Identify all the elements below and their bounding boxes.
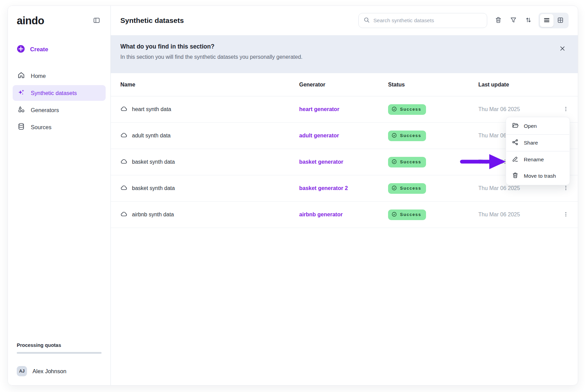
create-button[interactable]: Create [8, 45, 110, 54]
sort-button[interactable] [522, 14, 534, 27]
page-header: Synthetic datasets [111, 6, 578, 35]
dataset-name: basket synth data [132, 185, 175, 191]
check-circle-icon [391, 133, 397, 139]
check-circle-icon [391, 106, 397, 113]
last-update: Thu Mar 06 2025 [478, 106, 561, 112]
dataset-name: basket synth data [132, 159, 175, 165]
banner-title: What do you find in this section? [120, 43, 568, 50]
create-label: Create [30, 46, 48, 53]
info-banner: What do you find in this section? In thi… [111, 35, 578, 73]
menu-item-label: Rename [524, 157, 544, 163]
plus-circle-icon [17, 45, 25, 54]
generator-link[interactable]: basket generator [299, 159, 388, 165]
list-view-button[interactable] [540, 14, 554, 27]
sidebar-item-label: Home [31, 73, 46, 79]
view-toggle [539, 13, 569, 28]
user-menu[interactable]: AJ Alex Johnson [17, 366, 102, 376]
menu-item-rename[interactable]: Rename [506, 151, 570, 168]
cloud-icon [120, 184, 128, 193]
row-menu-button[interactable] [561, 210, 570, 219]
search-input[interactable] [373, 17, 482, 24]
home-icon [17, 71, 25, 80]
generator-link[interactable]: adult generator [299, 133, 388, 139]
last-update: Thu Mar 06 2025 [478, 212, 561, 218]
last-update: Thu Mar 06 2025 [478, 185, 561, 191]
sidebar-item-generators[interactable]: Generators [13, 102, 106, 118]
annotation-arrow [460, 153, 506, 171]
quota-progress-bar [17, 352, 102, 354]
sidebar-item-label: Sources [31, 124, 52, 131]
row-context-menu: Open Share Rename Move to trash [506, 117, 570, 185]
status-badge: Success [388, 131, 426, 141]
kebab-icon [563, 185, 569, 192]
aindo-logo: aindo [17, 15, 44, 27]
row-menu-button[interactable] [561, 105, 570, 114]
sidebar-item-synthetic-datasets[interactable]: Synthetic datasets [13, 85, 106, 101]
grid-view-button[interactable] [554, 14, 567, 27]
filter-button[interactable] [507, 14, 519, 27]
app-window: aindo Create Home [8, 5, 578, 386]
kebab-icon [563, 211, 569, 218]
table-header: Name Generator Status Last update [111, 73, 578, 96]
shapes-icon [17, 106, 25, 114]
cloud-icon [120, 132, 128, 140]
column-header-generator: Generator [299, 82, 388, 88]
sidebar-item-home[interactable]: Home [13, 68, 106, 84]
panel-toggle-icon [93, 17, 100, 25]
sparkles-icon [17, 89, 25, 97]
sidebar-item-sources[interactable]: Sources [13, 119, 106, 135]
trash-button[interactable] [492, 14, 504, 27]
search-icon [363, 17, 370, 25]
check-circle-icon [391, 212, 397, 218]
status-badge: Success [388, 183, 426, 194]
generator-link[interactable]: airbnb generator [299, 212, 388, 218]
close-icon [559, 45, 566, 53]
sidebar: aindo Create Home [8, 6, 111, 385]
column-header-name: Name [120, 82, 299, 88]
generator-link[interactable]: basket generator 2 [299, 185, 388, 191]
pencil-icon [512, 156, 519, 164]
banner-close-button[interactable] [558, 44, 567, 54]
banner-subtitle: In this section you will find the synthe… [120, 54, 568, 60]
table-row[interactable]: airbnb synth data airbnb generator Succe… [111, 202, 578, 228]
dataset-name: airbnb synth data [132, 212, 174, 218]
trash-icon [495, 16, 502, 25]
sidebar-item-label: Generators [31, 107, 59, 113]
status-badge: Success [388, 209, 426, 220]
main-content: Synthetic datasets [111, 6, 578, 385]
column-header-status: Status [388, 82, 478, 88]
share-icon [512, 139, 519, 147]
cloud-icon [120, 211, 128, 219]
menu-item-label: Move to trash [524, 173, 556, 179]
search-box [358, 13, 487, 28]
menu-item-open[interactable]: Open [506, 118, 570, 134]
status-badge: Success [388, 157, 426, 167]
check-circle-icon [391, 185, 397, 192]
generator-link[interactable]: heart generator [299, 106, 388, 112]
list-view-icon [543, 17, 550, 25]
menu-item-move-to-trash[interactable]: Move to trash [506, 168, 570, 184]
processing-quotas-label: Processing quotas [17, 342, 102, 348]
user-name: Alex Johnson [32, 368, 66, 375]
dataset-name: heart synth data [132, 106, 171, 112]
status-badge: Success [388, 104, 426, 115]
filter-icon [510, 16, 517, 25]
collapse-sidebar-button[interactable] [92, 15, 102, 26]
cloud-icon [120, 158, 128, 166]
dataset-name: adult synth data [132, 133, 171, 139]
database-icon [17, 123, 25, 132]
column-header-last-update: Last update [478, 82, 561, 88]
avatar: AJ [17, 366, 27, 376]
menu-item-share[interactable]: Share [506, 135, 570, 151]
check-circle-icon [391, 159, 397, 165]
cloud-icon [120, 105, 128, 114]
grid-view-icon [557, 17, 564, 25]
page-title: Synthetic datasets [120, 16, 184, 25]
trash-icon [512, 172, 519, 180]
sidebar-nav: Home Synthetic datasets Generators Sourc… [8, 68, 110, 135]
menu-item-label: Open [524, 123, 537, 129]
sidebar-item-label: Synthetic datasets [31, 90, 77, 96]
folder-open-icon [512, 122, 519, 130]
menu-item-label: Share [524, 140, 538, 146]
kebab-icon [563, 106, 569, 113]
